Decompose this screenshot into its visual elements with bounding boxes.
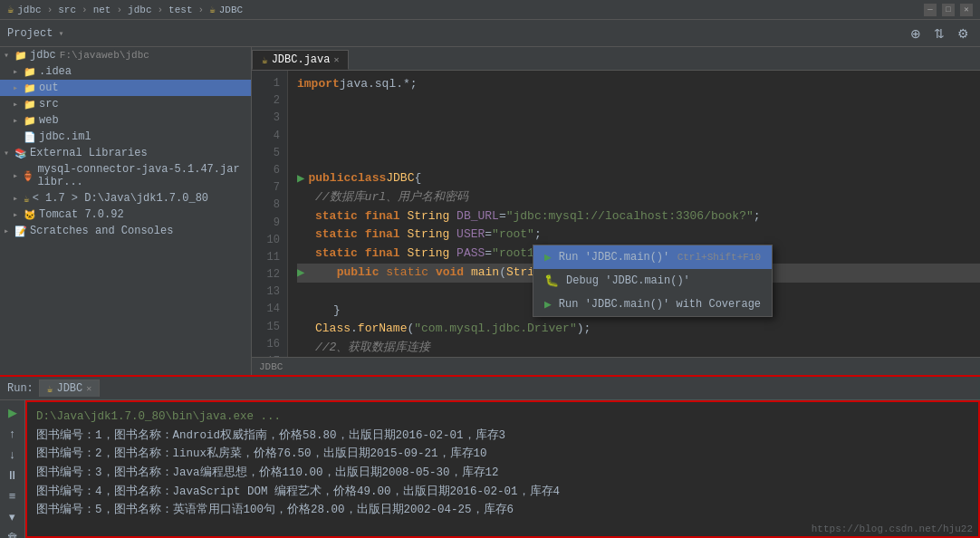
ctx-debug-item[interactable]: 🐛 Debug 'JDBC.main()'	[533, 269, 772, 293]
scratches-icon: 📝	[14, 226, 27, 237]
run-tab-jdbc[interactable]: ☕ JDBC ✕	[39, 379, 100, 397]
run-down-button[interactable]: ↓	[7, 446, 17, 463]
title-part-JDBC: JDBC	[219, 5, 243, 15]
sidebar-item-web[interactable]: ▸ 📁 web	[0, 112, 251, 129]
sidebar-item-src[interactable]: ▸ 📁 src	[0, 96, 251, 112]
ctx-coverage-label: Run 'JDBC.main()' with Coverage	[559, 298, 761, 311]
src-folder-icon: 📁	[24, 99, 36, 110]
sidebar-item-ext-libs[interactable]: ▾ 📚 External Libraries	[0, 145, 251, 161]
toolbar-sync-button[interactable]: ⇅	[930, 24, 948, 43]
run-output-line3: 图书编号：3，图书名称：Java编程思想，价格110.00，出版日期2008-0…	[36, 464, 969, 483]
run-gutter-icon[interactable]: ▶	[297, 168, 304, 188]
run-format-button[interactable]: ≡	[7, 487, 18, 504]
run-pause-button[interactable]: ⏸	[5, 466, 20, 484]
title-icon: ☕	[7, 3, 14, 16]
watermark: https://blog.csdn.net/hju22	[812, 524, 973, 534]
maximize-button[interactable]: □	[942, 4, 955, 16]
scratches-label: Scratches and Consoles	[30, 225, 173, 237]
run-up-button[interactable]: ↑	[7, 425, 17, 442]
web-folder-icon: 📁	[24, 115, 36, 127]
title-bar: ☕ jdbc › src › net › jdbc › test › ☕ JDB…	[0, 0, 980, 20]
run-tab-icon: ☕	[47, 383, 53, 395]
toolbar-dropdown-icon: ▾	[58, 28, 63, 39]
run-clear-button[interactable]: 🗑	[5, 529, 20, 538]
extlibs-expand-icon: ▾	[4, 148, 13, 159]
code-line-5	[297, 150, 980, 169]
run-tab-close[interactable]: ✕	[86, 383, 91, 394]
ctx-coverage-icon: ▶	[544, 297, 552, 312]
tab-jdbc-label: JDBC.java	[272, 53, 331, 66]
scratches-expand-icon: ▸	[4, 226, 13, 236]
title-part-jdbc: jdbc	[17, 5, 41, 15]
jdk-expand-icon: ▸	[13, 193, 22, 204]
idea-folder-icon: 📁	[24, 66, 36, 78]
code-line-1: import java.sql.*;	[297, 75, 980, 94]
sidebar-item-jdk[interactable]: ▸ ☕ < 1.7 > D:\Java\jdk1.7.0_80	[0, 190, 251, 207]
editor-tab-bar: ☕ JDBC.java ✕	[252, 47, 980, 71]
sidebar-item-tomcat[interactable]: ▸ 🐱 Tomcat 7.0.92	[0, 207, 251, 223]
context-menu: ▶ Run 'JDBC.main()' Ctrl+Shift+F10 🐛 Deb…	[533, 245, 773, 317]
tomcat-icon: 🐱	[24, 209, 36, 221]
sidebar-item-jdbc-iml[interactable]: ▸ 📄 jdbc.iml	[0, 129, 251, 145]
root-label: jdbc	[30, 49, 56, 62]
ctx-debug-label: Debug 'JDBC.main()'	[566, 274, 690, 287]
mysql-label: mysql-connector-java-5.1.47.jar libr...	[37, 163, 251, 188]
mysql-jar-icon: 🏺	[22, 170, 34, 182]
project-sidebar: ▾ 📁 jdbc F:\javaweb\jdbc ▸ 📁 .idea ▸ 📁 o…	[0, 47, 252, 375]
idea-expand-icon: ▸	[13, 66, 22, 77]
ctx-run-item[interactable]: ▶ Run 'JDBC.main()' Ctrl+Shift+F10	[533, 245, 772, 269]
toolbar-settings-button[interactable]: ⚙	[954, 24, 973, 43]
out-expand-icon: ▸	[13, 82, 22, 93]
sidebar-item-mysql[interactable]: ▸ 🏺 mysql-connector-java-5.1.47.jar libr…	[0, 161, 251, 190]
run-sidebar: ▶ ↑ ↓ ⏸ ≡ ▾ 🗑	[0, 400, 25, 538]
run-panel-header: Run: ☕ JDBC ✕	[0, 377, 980, 400]
run-output-line5: 图书编号：5，图书名称：英语常用口语100句，价格28.00，出版日期2002-…	[36, 501, 969, 520]
title-part-jdbc2: jdbc	[128, 5, 151, 15]
tree-root[interactable]: ▾ 📁 jdbc F:\javaweb\jdbc	[0, 47, 251, 63]
tomcat-label: Tomcat 7.0.92	[39, 208, 124, 221]
code-line-7: //数据库url、用户名和密码	[297, 188, 980, 207]
tomcat-expand-icon: ▸	[13, 209, 22, 220]
code-line-2	[297, 94, 980, 113]
code-line-14: Class.forName("com.mysql.jdbc.Driver");	[297, 320, 980, 339]
run-output-line1: 图书编号：1，图书名称：Android权威指南，价格58.80，出版日期2016…	[36, 427, 969, 446]
jdk-icon: ☕	[24, 193, 30, 205]
ctx-run-coverage-item[interactable]: ▶ Run 'JDBC.main()' with Coverage	[533, 293, 772, 316]
sidebar-item-idea[interactable]: ▸ 📁 .idea	[0, 63, 251, 80]
close-button[interactable]: ✕	[960, 4, 973, 16]
run-play-button[interactable]: ▶	[6, 404, 19, 421]
expand-icon: ▾	[4, 50, 13, 61]
run-output-line2: 图书编号：2，图书名称：linux私房菜，价格76.50，出版日期2015-09…	[36, 445, 969, 464]
run-output-cmd: D:\Java\jdk1.7.0_80\bin\java.exe ...	[36, 408, 969, 427]
idea-label: .idea	[39, 65, 72, 78]
editor-area: ☕ JDBC.java ✕ 1 2 3 4 5 6 7 8 9 10	[252, 47, 980, 375]
title-icon2: ☕	[209, 4, 216, 15]
web-expand-icon: ▸	[13, 115, 22, 126]
run-label: Run:	[7, 382, 34, 395]
run-output-line4: 图书编号：4，图书名称：JavaScript DOM 编程艺术，价格49.00，…	[36, 483, 969, 502]
root-folder-icon: 📁	[14, 50, 27, 62]
ctx-run-label: Run 'JDBC.main()'	[559, 251, 669, 264]
code-line-6: ▶ public class JDBC {	[297, 169, 980, 188]
project-label: Project	[7, 27, 53, 40]
toolbar-add-button[interactable]: ⊕	[907, 24, 925, 43]
tab-jdbc-java[interactable]: ☕ JDBC.java ✕	[252, 50, 349, 70]
run-more-button[interactable]: ▾	[7, 508, 17, 525]
breadcrumb-label: JDBC	[259, 361, 283, 372]
out-label: out	[39, 82, 59, 94]
sidebar-item-scratches[interactable]: ▸ 📝 Scratches and Consoles	[0, 223, 251, 239]
root-path: F:\javaweb\jdbc	[60, 50, 149, 61]
iml-file-icon: 📄	[24, 131, 36, 143]
run-output[interactable]: D:\Java\jdk1.7.0_80\bin\java.exe ... 图书编…	[25, 400, 980, 538]
tab-close-button[interactable]: ✕	[333, 54, 339, 65]
mysql-expand-icon: ▸	[13, 170, 20, 181]
minimize-button[interactable]: —	[924, 4, 937, 16]
editor-breadcrumb: JDBC	[252, 357, 980, 375]
code-line-3	[297, 113, 980, 132]
extlibs-icon: 📚	[14, 148, 27, 159]
out-folder-icon: 📁	[24, 82, 36, 94]
toolbar: Project ▾ ⊕ ⇅ ⚙	[0, 20, 980, 47]
sidebar-item-out[interactable]: ▸ 📁 out	[0, 80, 251, 96]
run-gutter-icon-11[interactable]: ▶	[297, 263, 304, 283]
run-panel: Run: ☕ JDBC ✕ ▶ ↑ ↓ ⏸ ≡ ▾ 🗑 D:\Java\jdk1…	[0, 375, 980, 538]
